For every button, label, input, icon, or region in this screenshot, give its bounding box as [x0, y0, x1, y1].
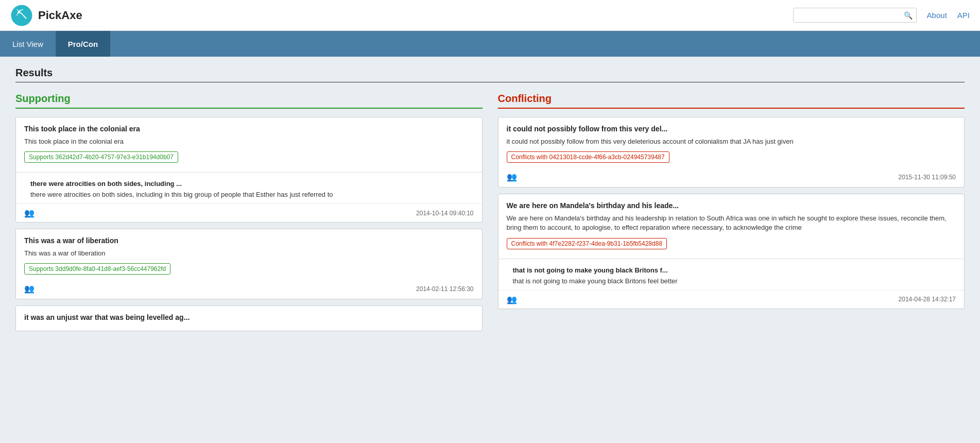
user-group-icon: 👥: [507, 172, 517, 182]
card-body: This was a war of liberation: [24, 249, 474, 258]
user-group-icon: 👥: [24, 284, 35, 294]
conflicts-tag[interactable]: Conflicts with 04213018-ccde-4f66-a3cb-0…: [507, 151, 669, 163]
conflicting-header: Conflicting: [498, 93, 965, 109]
header: ⛏ PickAxe 🔍 About API: [0, 0, 980, 31]
search-icon: 🔍: [904, 11, 913, 20]
conflicting-column: Conflicting it could not possibly follow…: [498, 93, 965, 337]
svg-text:⛏: ⛏: [16, 8, 27, 21]
about-link[interactable]: About: [927, 11, 947, 20]
logo-area: ⛏ PickAxe: [10, 4, 82, 27]
card-second-body: that is not going to make young black Br…: [507, 277, 956, 285]
card-title: it could not possibly follow from this v…: [507, 125, 956, 133]
card-second-title: there were atrocities on both sides, inc…: [24, 180, 474, 188]
supporting-header: Supporting: [15, 93, 483, 109]
supporting-card-1-entry-2: there were atrocities on both sides, inc…: [16, 172, 482, 203]
supports-tag[interactable]: Supports 362d42d7-4b20-4757-97e3-e31b194…: [24, 151, 178, 163]
main-content: Results Supporting This took place in th…: [0, 57, 980, 348]
card-footer: 👥 2014-02-11 12:56:30: [24, 284, 474, 294]
results-divider: [15, 82, 965, 82]
supporting-card-2: This was a war of liberation This was a …: [15, 229, 483, 299]
nav-pro-con[interactable]: Pro/Con: [56, 31, 110, 57]
supports-tag[interactable]: Supports 3dd9d0fe-8fa0-41d8-aef3-56cc447…: [24, 263, 170, 275]
card-second-body: there were atrocities on both sides, inc…: [24, 191, 474, 198]
card-title: This was a war of liberation: [24, 236, 474, 245]
results-title: Results: [15, 67, 965, 79]
card-footer: 👥 2014-10-14 09:40:10: [16, 203, 482, 222]
conflicts-tag[interactable]: Conflicts with 4f7e2282-f237-4dea-9b31-1…: [507, 238, 667, 249]
supporting-card-1: This took place in the colonial era This…: [15, 117, 483, 223]
conflicting-card-2-entry-1: We are here on Mandela's birthday and hi…: [498, 194, 965, 258]
columns: Supporting This took place in the coloni…: [15, 93, 965, 337]
card-body: it could not possibly follow from this v…: [507, 137, 956, 146]
card-footer: 👥 2014-04-28 14:32:17: [498, 290, 965, 309]
user-group-icon: 👥: [507, 295, 517, 304]
user-group-icon: 👥: [24, 208, 35, 218]
nav-list-view[interactable]: List View: [0, 31, 56, 57]
conflicting-card-2-entry-2: that is not going to make young black Br…: [498, 259, 965, 290]
card-timestamp: 2014-02-11 12:56:30: [416, 285, 473, 293]
header-right: 🔍 About API: [793, 8, 970, 23]
logo-icon: ⛏: [10, 4, 33, 27]
logo-text: PickAxe: [38, 9, 82, 22]
card-timestamp: 2014-10-14 09:40:10: [416, 210, 473, 217]
card-body: We are here on Mandela's birthday and hi…: [507, 214, 956, 232]
search-container: 🔍: [793, 8, 917, 23]
card-footer: 👥 2015-11-30 11:09:50: [507, 172, 956, 182]
conflicting-card-1: it could not possibly follow from this v…: [498, 117, 965, 188]
card-title: We are here on Mandela's birthday and hi…: [507, 201, 956, 210]
navbar: List View Pro/Con: [0, 31, 980, 57]
card-second-title: that is not going to make young black Br…: [507, 266, 956, 274]
card-title: it was an unjust war that was being leve…: [24, 313, 474, 321]
supporting-card-1-entry-1: This took place in the colonial era This…: [16, 117, 482, 172]
conflicting-card-2: We are here on Mandela's birthday and hi…: [498, 194, 965, 309]
search-input[interactable]: [793, 8, 917, 23]
card-timestamp: 2015-11-30 11:09:50: [899, 174, 956, 181]
card-timestamp: 2014-04-28 14:32:17: [899, 296, 956, 303]
api-link[interactable]: API: [957, 11, 970, 20]
card-body: This took place in the colonial era: [24, 137, 474, 146]
supporting-card-3: it was an unjust war that was being leve…: [15, 305, 483, 331]
supporting-column: Supporting This took place in the coloni…: [15, 93, 483, 337]
card-title: This took place in the colonial era: [24, 125, 474, 133]
